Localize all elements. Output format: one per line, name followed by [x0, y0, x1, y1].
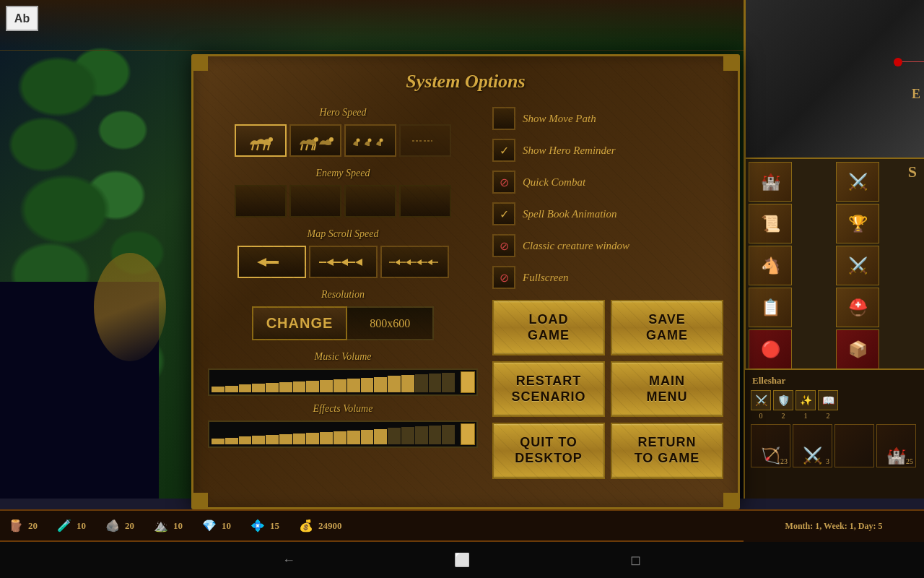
show-hero-reminder-checkbox[interactable]: ✓: [492, 139, 515, 162]
stat-attack: ⚔️ 0: [751, 390, 771, 420]
top-border: [0, 0, 744, 51]
side-icon-book[interactable]: 📋: [749, 288, 792, 327]
hero-speed-btn-1[interactable]: [235, 124, 287, 157]
svg-point-13: [379, 138, 383, 142]
attack-icon: ⚔️: [751, 390, 771, 410]
home-button[interactable]: ⬜: [448, 549, 476, 571]
show-move-path-checkbox[interactable]: [492, 107, 515, 130]
side-icon-knight[interactable]: 🐴: [749, 246, 792, 285]
hero-speed-label: Hero Speed: [208, 107, 478, 118]
resource-gold: 💰 24900: [297, 517, 342, 535]
side-icon-red1[interactable]: 🔴: [749, 329, 792, 369]
hero-speed-btn-4[interactable]: [399, 124, 451, 157]
show-hero-reminder-label: Show Hero Reminder: [523, 144, 616, 157]
corner-decoration-bl: [193, 493, 208, 507]
enemy-speed-btn-4[interactable]: [399, 185, 451, 217]
effects-volume-handle[interactable]: [461, 423, 475, 445]
resource-gems: 💠 15: [249, 517, 279, 535]
side-icon-scroll[interactable]: 📜: [749, 204, 792, 243]
side-icon-helm[interactable]: ⛑️: [836, 288, 879, 327]
music-volume-section: Music Volume: [208, 351, 478, 396]
svg-marker-18: [326, 259, 334, 266]
spell-book-animation-checkbox[interactable]: ✓: [492, 202, 515, 225]
date-bar: Month: 1, Week: 1, Day: 5: [744, 509, 924, 542]
scroll-speed-btn-2[interactable]: [309, 246, 378, 278]
return-to-game-button[interactable]: RETURNTO GAME: [611, 423, 723, 478]
svg-marker-16: [257, 258, 279, 267]
resolution-label: Resolution: [208, 289, 478, 301]
scroll-speed-btn-1[interactable]: [237, 246, 306, 278]
music-volume-slider[interactable]: [208, 368, 478, 396]
gems-icon: 💠: [249, 517, 266, 535]
mini-map[interactable]: E: [746, 0, 924, 159]
save-game-button[interactable]: SAVEGAME: [611, 300, 723, 355]
resource-mercury: 🧪 10: [56, 517, 86, 535]
stat-knowledge: 📖 2: [818, 390, 838, 420]
corner-decoration-tr: [723, 56, 738, 71]
checkbox-show-hero-reminder: ✓ Show Hero Reminder: [492, 139, 723, 162]
hero-speed-btn-2[interactable]: [289, 124, 341, 157]
side-icon-troops1[interactable]: ⚔️: [836, 162, 879, 202]
checkbox-show-move-path: Show Move Path: [492, 107, 723, 130]
side-icon-armor[interactable]: 🏆: [836, 204, 879, 243]
stat-power: ✨ 1: [796, 390, 816, 420]
troop-2[interactable]: ⚔️ 3: [793, 424, 832, 467]
enemy-speed-label: Enemy Speed: [208, 168, 478, 179]
mercury-icon: 🧪: [56, 517, 73, 535]
svg-line-7: [306, 144, 308, 150]
map-e-label: E: [912, 87, 920, 102]
system-options-panel: System Options Hero Speed: [191, 54, 740, 509]
restart-scenario-button[interactable]: RESTARTSCENARIO: [492, 361, 605, 417]
enemy-speed-btn-2[interactable]: [289, 185, 341, 217]
quick-combat-checkbox[interactable]: ⊘: [492, 171, 515, 194]
power-icon: ✨: [796, 390, 816, 410]
change-button[interactable]: CHANGE: [252, 306, 348, 340]
side-icon-castle[interactable]: 🏰: [749, 162, 792, 202]
music-volume-label: Music Volume: [208, 351, 478, 363]
effects-volume-section: Effects Volume: [208, 403, 478, 448]
checkbox-quick-combat: ⊘ Quick Combat: [492, 171, 723, 194]
crystal-icon: 💎: [201, 517, 218, 535]
svg-point-5: [314, 137, 318, 142]
enemy-speed-buttons: [208, 185, 478, 217]
map-line: [902, 61, 924, 62]
hero-speed-btn-3[interactable]: [344, 124, 396, 157]
hero-troops: 🏹 23 ⚔️ 3 🏰 25: [749, 422, 920, 470]
troop-4[interactable]: 🏰 25: [876, 424, 916, 467]
show-move-path-label: Show Move Path: [523, 113, 596, 125]
troop-3[interactable]: [834, 424, 874, 467]
enemy-speed-btn-3[interactable]: [344, 185, 396, 217]
fullscreen-checkbox[interactable]: ⊘: [492, 266, 515, 289]
troop-1[interactable]: 🏹 23: [751, 424, 790, 467]
music-volume-handle[interactable]: [461, 371, 475, 393]
classic-creature-window-checkbox[interactable]: ⊘: [492, 234, 515, 257]
svg-point-0: [269, 137, 273, 142]
svg-line-6: [301, 144, 302, 150]
resource-crystal: 💎 10: [201, 517, 231, 535]
knowledge-icon: 📖: [818, 390, 838, 410]
resource-ore: 🪨 20: [104, 517, 134, 535]
options-content: Hero Speed: [208, 107, 723, 479]
quit-to-desktop-button[interactable]: QUIT TODESKTOP: [492, 423, 605, 478]
corner-decoration-tl: [193, 56, 208, 71]
load-game-button[interactable]: LOADGAME: [492, 300, 605, 355]
svg-line-3: [263, 144, 265, 150]
resource-bar: 🪵 20 🧪 10 🪨 20 ⛰️ 10 💎 10 💠 15 💰 24900: [0, 509, 744, 542]
svg-point-12: [367, 138, 371, 142]
checkbox-spell-book-animation: ✓ Spell Book Animation: [492, 202, 723, 225]
side-icon-sword[interactable]: ⚔️: [836, 246, 879, 285]
back-button[interactable]: ←: [274, 549, 303, 571]
scroll-speed-btn-3[interactable]: [380, 246, 449, 278]
svg-line-2: [257, 144, 258, 150]
hero-stats: ⚔️ 0 🛡️ 2 ✨ 1 📖 2: [749, 388, 920, 422]
side-icon-red2[interactable]: 📦: [836, 329, 879, 369]
svg-marker-30: [427, 259, 432, 265]
svg-marker-20: [341, 259, 348, 266]
effects-volume-label: Effects Volume: [208, 403, 478, 415]
svg-marker-22: [355, 259, 362, 266]
main-menu-button[interactable]: MAINMENU: [611, 361, 723, 417]
enemy-speed-btn-1[interactable]: [235, 185, 287, 217]
checkboxes-section: Show Move Path ✓ Show Hero Reminder ⊘ Qu…: [492, 107, 723, 289]
effects-volume-slider[interactable]: [208, 420, 478, 448]
recents-button[interactable]: ◻: [621, 549, 650, 571]
